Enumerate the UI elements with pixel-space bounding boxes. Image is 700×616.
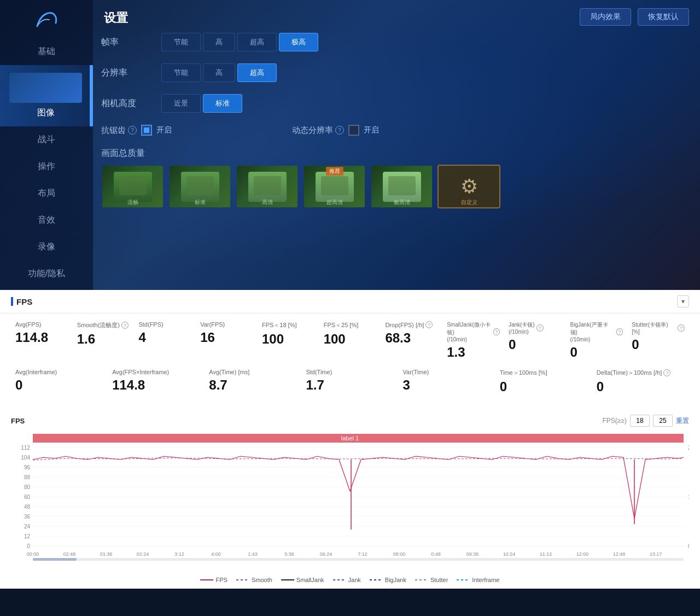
dynamic-resolution-checkbox[interactable] xyxy=(348,125,359,136)
svg-text:00:00: 00:00 xyxy=(27,551,39,557)
toggle-group: 抗锯齿 ? 开启 动态分辨率 ? 开启 xyxy=(101,125,379,136)
chart-container: label 1 112 104 96 88 80 60 xyxy=(11,431,689,573)
dynamic-resolution-label: 动态分辨率 ? xyxy=(292,125,344,136)
quality-thumb-standard[interactable]: 标准 xyxy=(168,165,231,208)
restore-default-button[interactable]: 恢复默认 xyxy=(638,8,689,26)
frame-rate-label: 帧率 xyxy=(101,37,150,48)
stats-row-2: Avg(Interframe) 0 Avg(FPS×Interframe) 11… xyxy=(11,367,689,397)
svg-text:0:48: 0:48 xyxy=(431,551,441,557)
resolution-row: 分辨率 节能 高 超高 xyxy=(101,63,689,82)
stat-big-jank: BigJank(严重卡顿)(/10min) ? 0 xyxy=(566,319,628,362)
svg-text:label 1: label 1 xyxy=(341,435,359,441)
svg-text:13:17: 13:17 xyxy=(650,551,662,557)
sidebar: 基础 图像 战斗 操作 布局 音效 录像 功能/隐私 xyxy=(0,0,93,290)
chart-reset-button[interactable]: 重置 xyxy=(676,416,689,426)
stutter-help-icon[interactable]: ? xyxy=(678,324,685,332)
quality-thumb-hd[interactable]: 高清 xyxy=(236,165,299,208)
delta-time-help-icon[interactable]: ? xyxy=(663,369,670,376)
resolution-options: 节能 高 超高 xyxy=(161,63,277,82)
svg-text:104: 104 xyxy=(21,455,30,461)
svg-text:12:48: 12:48 xyxy=(613,551,626,557)
sidebar-item-audio[interactable]: 音效 xyxy=(0,207,93,234)
anti-aliasing-toggle: 抗锯齿 ? 开启 xyxy=(101,125,172,136)
frame-rate-row: 帧率 节能 高 超高 极高 xyxy=(101,33,689,51)
fps-collapse-button[interactable]: ▾ xyxy=(677,295,689,307)
sidebar-item-layout[interactable]: 布局 xyxy=(0,180,93,207)
quality-section: 画面总质量 流畅 标准 高 xyxy=(101,148,689,208)
fps-title: FPS xyxy=(11,297,32,306)
camera-near[interactable]: 近景 xyxy=(161,94,201,113)
fps-threshold-2-input[interactable] xyxy=(653,415,673,427)
svg-text:02:24: 02:24 xyxy=(137,551,149,557)
svg-text:80: 80 xyxy=(24,484,31,490)
chart-controls: FPS(≥≥) 重置 xyxy=(602,415,689,427)
legend-smooth: Smooth xyxy=(236,577,272,583)
sidebar-item-battle[interactable]: 战斗 xyxy=(0,126,93,153)
app-logo xyxy=(33,5,60,33)
sidebar-item-image[interactable]: 图像 xyxy=(0,65,93,126)
camera-standard[interactable]: 标准 xyxy=(203,94,242,113)
resolution-high[interactable]: 高 xyxy=(203,63,235,82)
stat-delta-time: Delta(Time)＞100ms [/h] ? 0 xyxy=(592,367,689,397)
svg-text:88: 88 xyxy=(24,474,31,480)
stat-std-time: Std(Time) 1.7 xyxy=(301,367,398,397)
quality-thumb-uhd[interactable]: 推荐 超高清 xyxy=(303,165,366,208)
svg-rect-48 xyxy=(33,558,684,561)
frame-rate-ultra[interactable]: 超高 xyxy=(237,33,277,51)
stat-smooth: Smooth(流畅度) ? 1.6 xyxy=(73,319,135,362)
svg-rect-49 xyxy=(33,558,77,561)
stat-avg-fps: Avg(FPS) 114.8 xyxy=(11,319,73,362)
frame-rate-high[interactable]: 高 xyxy=(203,33,235,51)
svg-text:1: 1 xyxy=(688,494,689,500)
svg-text:12: 12 xyxy=(24,533,31,539)
frame-rate-extreme[interactable]: 极高 xyxy=(279,33,318,51)
jank-help-icon[interactable]: ? xyxy=(536,324,544,332)
svg-text:112: 112 xyxy=(21,445,30,451)
sidebar-item-privacy[interactable]: 功能/隐私 xyxy=(0,260,93,287)
legend-jank: Jank xyxy=(333,577,361,583)
small-jank-help-icon[interactable]: ? xyxy=(493,328,500,335)
frame-rate-options: 节能 高 超高 极高 xyxy=(161,33,318,51)
fps-header: FPS ▾ xyxy=(0,290,700,313)
smooth-help-icon[interactable]: ? xyxy=(121,322,129,329)
svg-text:0: 0 xyxy=(688,543,689,549)
svg-text:01:36: 01:36 xyxy=(100,551,113,557)
svg-text:48: 48 xyxy=(24,504,31,510)
gear-icon: ⚙ xyxy=(460,175,478,198)
quality-thumb-custom[interactable]: ⚙ 自定义 xyxy=(438,165,500,208)
quality-thumb-smooth[interactable]: 流畅 xyxy=(101,165,164,208)
sidebar-item-basic[interactable]: 基础 xyxy=(0,38,93,65)
svg-text:08:00: 08:00 xyxy=(393,551,406,557)
stat-small-jank: SmallJank(微小卡顿)(/10min) ? 1.3 xyxy=(442,319,504,362)
stat-var-fps: Var(FPS) 16 xyxy=(196,319,258,362)
stat-time-gt100ms: Time＞100ms [%] 0 xyxy=(495,367,592,397)
svg-text:4:00: 4:00 xyxy=(211,551,221,557)
fps-panel: FPS ▾ Avg(FPS) 114.8 Smooth(流畅度) ? 1.6 S… xyxy=(0,290,700,589)
dynamic-resolution-help-icon[interactable]: ? xyxy=(335,126,344,135)
chart-legend: FPS Smooth SmallJank Jank BigJank Stutte… xyxy=(11,577,689,583)
fps-threshold-1-input[interactable] xyxy=(630,415,650,427)
in-game-effects-button[interactable]: 局内效果 xyxy=(580,8,631,26)
resolution-ultra[interactable]: 超高 xyxy=(237,63,277,82)
anti-aliasing-checkbox[interactable] xyxy=(141,125,152,136)
sidebar-item-controls[interactable]: 操作 xyxy=(0,153,93,180)
quality-thumb-extreme-hd[interactable]: 极高清 xyxy=(370,165,433,208)
legend-big-jank: BigJank xyxy=(370,577,406,583)
quality-label: 画面总质量 xyxy=(101,148,689,159)
stats-section: Avg(FPS) 114.8 Smooth(流畅度) ? 1.6 Std(FPS… xyxy=(0,313,700,409)
sidebar-item-recording[interactable]: 录像 xyxy=(0,234,93,260)
svg-text:09:36: 09:36 xyxy=(466,551,479,557)
drop-help-icon[interactable]: ? xyxy=(425,321,433,328)
frame-rate-save[interactable]: 节能 xyxy=(161,33,201,51)
stat-fps-lt18: FPS＜18 [%] 100 xyxy=(258,319,319,362)
anti-aliasing-help-icon[interactable]: ? xyxy=(128,126,137,135)
stat-avg-interframe: Avg(Interframe) 0 xyxy=(11,367,108,397)
svg-text:7:12: 7:12 xyxy=(358,551,368,557)
resolution-save[interactable]: 节能 xyxy=(161,63,201,82)
chart-section: FPS FPS(≥≥) 重置 label 1 xyxy=(0,409,700,589)
chart-fps-label: FPS(≥≥) xyxy=(602,417,627,425)
big-jank-help-icon[interactable]: ? xyxy=(616,328,623,335)
camera-height-label: 相机高度 xyxy=(101,98,150,109)
svg-text:3:12: 3:12 xyxy=(174,551,184,557)
fps-legend-line xyxy=(200,579,213,580)
